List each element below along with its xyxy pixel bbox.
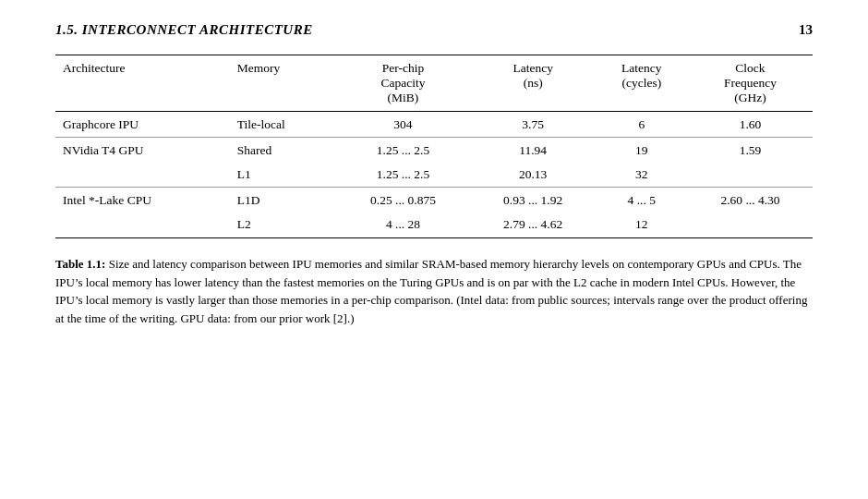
cell-memory: Shared xyxy=(230,138,336,164)
cell-clock xyxy=(688,213,813,238)
table-row: L2 4 ... 28 2.79 ... 4.62 12 xyxy=(55,213,813,238)
cell-clock: 2.60 ... 4.30 xyxy=(688,188,813,213)
chapter-title: 1.5. INTERCONNECT ARCHITECTURE xyxy=(55,22,313,38)
table-row: Graphcore IPU Tile-local 304 3.75 6 1.60 xyxy=(55,112,813,138)
cell-latency-cycles: 12 xyxy=(596,213,688,238)
cell-latency-cycles: 6 xyxy=(596,112,688,138)
cell-memory: L2 xyxy=(230,213,336,238)
cell-clock: 1.59 xyxy=(688,138,813,164)
cell-memory: L1 xyxy=(230,163,336,188)
cell-latency-ns: 20.13 xyxy=(471,163,596,188)
cell-latency-ns: 2.79 ... 4.62 xyxy=(471,213,596,238)
caption-label: Table 1.1: xyxy=(55,257,105,271)
page-header: 1.5. INTERCONNECT ARCHITECTURE 13 xyxy=(55,22,813,38)
cell-memory: L1D xyxy=(230,188,336,213)
table-header-row: Architecture Memory Per-chipCapacity(MiB… xyxy=(55,55,813,112)
col-architecture: Architecture xyxy=(55,55,230,112)
col-latency-ns: Latency(ns) xyxy=(471,55,596,112)
cell-latency-cycles: 19 xyxy=(596,138,688,164)
cell-arch: Intel *-Lake CPU xyxy=(55,188,230,213)
cell-arch: Graphcore IPU xyxy=(55,112,230,138)
cell-latency-ns: 11.94 xyxy=(471,138,596,164)
table-row: Intel *-Lake CPU L1D 0.25 ... 0.875 0.93… xyxy=(55,188,813,213)
cell-arch: NVidia T4 GPU xyxy=(55,138,230,164)
col-capacity: Per-chipCapacity(MiB) xyxy=(335,55,470,112)
cell-memory: Tile-local xyxy=(230,112,336,138)
table-caption: Table 1.1: Size and latency comparison b… xyxy=(55,255,813,327)
cell-clock: 1.60 xyxy=(688,112,813,138)
cell-arch xyxy=(55,163,230,188)
col-clock: ClockFrequency(GHz) xyxy=(688,55,813,112)
cell-capacity: 0.25 ... 0.875 xyxy=(335,188,470,213)
cell-latency-ns: 0.93 ... 1.92 xyxy=(471,188,596,213)
cell-latency-cycles: 32 xyxy=(596,163,688,188)
cell-capacity: 4 ... 28 xyxy=(335,213,470,238)
cell-capacity: 1.25 ... 2.5 xyxy=(335,138,470,164)
cell-clock xyxy=(688,163,813,188)
table-row: L1 1.25 ... 2.5 20.13 32 xyxy=(55,163,813,188)
cell-arch xyxy=(55,213,230,238)
cell-latency-ns: 3.75 xyxy=(471,112,596,138)
table-row: NVidia T4 GPU Shared 1.25 ... 2.5 11.94 … xyxy=(55,138,813,164)
caption-text: Size and latency comparison between IPU … xyxy=(55,257,807,325)
cell-latency-cycles: 4 ... 5 xyxy=(596,188,688,213)
comparison-table: Architecture Memory Per-chipCapacity(MiB… xyxy=(55,55,813,238)
data-table-container: Architecture Memory Per-chipCapacity(MiB… xyxy=(55,55,813,238)
col-memory: Memory xyxy=(230,55,336,112)
cell-capacity: 1.25 ... 2.5 xyxy=(335,163,470,188)
cell-capacity: 304 xyxy=(335,112,470,138)
col-latency-cycles: Latency(cycles) xyxy=(596,55,688,112)
page-number: 13 xyxy=(799,22,813,38)
page: 1.5. INTERCONNECT ARCHITECTURE 13 Archit… xyxy=(0,0,868,499)
